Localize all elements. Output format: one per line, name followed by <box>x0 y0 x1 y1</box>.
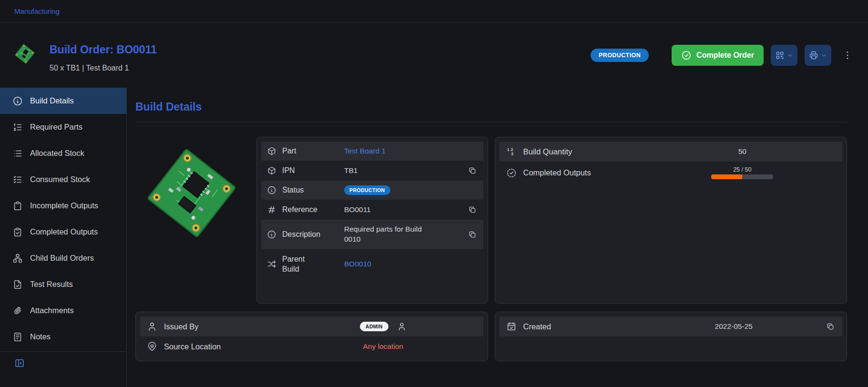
page-title: Build Order: BO0011 <box>50 43 157 56</box>
map-pin-icon <box>147 341 157 352</box>
quantities-card: 1 2 3 Build Quantity 50 Completed Output… <box>495 137 848 304</box>
part-thumbnail[interactable] <box>12 41 37 68</box>
part-link[interactable]: Test Board 1 <box>344 147 478 155</box>
box-icon <box>267 146 276 156</box>
build-details-card: Part Test Board 1 IPN TB1 Status <box>256 137 488 304</box>
parent-build-link[interactable]: BO0010 <box>344 260 478 268</box>
clipboard-check-icon <box>12 227 23 237</box>
row-build-quantity: 1 2 3 Build Quantity 50 <box>500 142 843 162</box>
progress-check-icon <box>506 168 517 178</box>
detail-label: IPN <box>282 166 338 175</box>
sidebar-collapse-button[interactable] <box>0 352 126 375</box>
copy-button[interactable] <box>467 229 478 240</box>
more-actions-button[interactable] <box>842 50 853 61</box>
dots-vertical-icon <box>842 50 853 61</box>
row-completed-outputs: Completed Outputs 25 / 50 <box>500 162 843 184</box>
complete-order-button[interactable]: Complete Order <box>672 45 764 66</box>
part-image[interactable] <box>135 137 250 304</box>
header-titles: Build Order: BO0011 50 x TB1 | Test Boar… <box>50 39 157 72</box>
main-content: Build Details Part Test Board 1 IPN <box>127 88 868 387</box>
sidebar-item-label: Allocated Stock <box>30 149 84 158</box>
clipboard-icon <box>12 201 23 211</box>
sidebar-item-label: Build Details <box>30 96 74 105</box>
sidebar-item-label: Child Build Orders <box>30 254 94 263</box>
chevron-down-icon <box>821 52 827 59</box>
calendar-check-icon <box>506 321 517 332</box>
info-circle-icon <box>12 96 23 106</box>
copy-icon <box>826 322 835 331</box>
row-issued-by: Issued By ADMIN <box>140 316 483 336</box>
sidebar-collapse-icon <box>14 358 25 368</box>
box-icon <box>267 166 276 175</box>
header-left: Build Order: BO0011 50 x TB1 | Test Boar… <box>12 39 157 72</box>
test-report-icon <box>12 279 23 290</box>
topbar: Manufacturing <box>0 0 868 23</box>
page-subtitle: 50 x TB1 | Test Board 1 <box>50 64 157 72</box>
paperclip-icon <box>12 306 23 316</box>
sidebar-item-build-details[interactable]: Build Details <box>0 88 126 114</box>
sidebar: Build Details Required Parts Allocated S… <box>0 88 127 387</box>
row-label: Build Quantity <box>523 147 643 156</box>
sidebar-item-required-parts[interactable]: Required Parts <box>0 114 126 140</box>
detail-row-parent-build: Parent Build BO0010 <box>261 249 483 279</box>
detail-row-reference: Reference BO0011 <box>261 200 483 220</box>
header-actions: PRODUCTION Complete Order <box>591 45 853 66</box>
printer-icon <box>809 51 818 60</box>
copy-button[interactable] <box>467 204 478 215</box>
sidebar-item-label: Completed Outputs <box>30 227 98 236</box>
section-divider <box>135 122 847 122</box>
copy-button[interactable] <box>467 165 478 176</box>
arrows-split-icon <box>267 259 276 269</box>
print-actions-button[interactable] <box>805 45 831 66</box>
qr-actions-button[interactable] <box>771 45 797 66</box>
breadcrumb-manufacturing[interactable]: Manufacturing <box>14 7 60 15</box>
sidebar-item-child-build-orders[interactable]: Child Build Orders <box>0 245 126 271</box>
row-source-location: Source Location Any location <box>140 336 483 356</box>
progress-fill <box>711 174 742 179</box>
user-icon <box>147 321 157 332</box>
notes-icon <box>12 332 23 342</box>
row-label: Source Location <box>164 342 283 351</box>
chevron-down-icon <box>787 52 793 59</box>
user-icon <box>397 322 407 331</box>
sidebar-item-incomplete-outputs[interactable]: Incomplete Outputs <box>0 193 126 219</box>
list-check-icon <box>12 174 23 185</box>
complete-order-label: Complete Order <box>696 51 754 60</box>
sitemap-icon <box>12 253 23 264</box>
sidebar-item-label: Attachments <box>30 306 74 315</box>
detail-value: PRODUCTION <box>344 185 478 195</box>
source-location-value: Any location <box>290 342 477 351</box>
sidebar-item-allocated-stock[interactable]: Allocated Stock <box>0 140 126 166</box>
detail-value: BO0011 <box>344 205 461 214</box>
copy-button[interactable] <box>825 321 836 332</box>
sidebar-item-consumed-stock[interactable]: Consumed Stock <box>0 166 126 193</box>
status-badge: PRODUCTION <box>591 49 649 62</box>
row-created: Created 2022-05-25 <box>500 316 843 336</box>
section-heading: Build Details <box>135 101 847 113</box>
sidebar-item-label: Incomplete Outputs <box>30 201 98 210</box>
detail-row-status: Status PRODUCTION <box>261 181 483 200</box>
row-label: Issued By <box>164 322 283 331</box>
sidebar-item-attachments[interactable]: Attachments <box>0 297 126 324</box>
created-value: 2022-05-25 <box>649 322 819 331</box>
list-icon <box>12 148 23 159</box>
sidebar-item-test-results[interactable]: Test Results <box>0 271 126 297</box>
progress-label: 25 / 50 <box>733 166 751 173</box>
info-circle-icon <box>267 230 276 239</box>
sidebar-item-notes[interactable]: Notes <box>0 324 126 350</box>
sidebar-item-completed-outputs[interactable]: Completed Outputs <box>0 219 126 245</box>
copy-icon <box>468 166 477 175</box>
build-quantity-value: 50 <box>649 147 836 156</box>
detail-label: Part <box>282 147 338 155</box>
sidebar-item-label: Notes <box>30 332 51 341</box>
detail-label: Reference <box>282 205 338 214</box>
pcb-thumbnail-image <box>12 41 37 66</box>
row-label: Created <box>523 322 643 331</box>
issued-by-badge: ADMIN <box>360 322 388 331</box>
info-circle-icon <box>267 185 276 195</box>
detail-row-description: Description Required parts for Build 001… <box>261 220 483 249</box>
qr-code-icon <box>775 51 785 60</box>
detail-label: Parent Build <box>282 254 338 275</box>
issue-card: Issued By ADMIN Source Location Any loca… <box>135 312 488 361</box>
detail-label: Status <box>282 186 338 194</box>
